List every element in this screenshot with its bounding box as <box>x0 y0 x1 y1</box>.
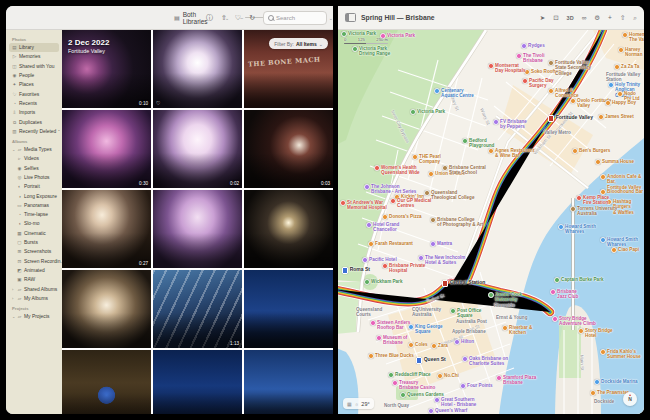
photo-thumbnail[interactable] <box>244 350 333 414</box>
map-station-central-station[interactable]: Central Station <box>442 280 485 287</box>
sidebar-item-duplicates[interactable]: ⧉Duplicates <box>9 117 59 126</box>
map-label-riverside[interactable]: Riverside <box>494 303 515 308</box>
map-label-cquniversity-australia[interactable]: CQUniversity Australia <box>412 307 441 318</box>
sidebar-item-portrait[interactable]: ◐Portrait <box>14 182 59 191</box>
disclosure-chevron-icon[interactable]: › <box>12 296 15 301</box>
map-label-happy-boy[interactable]: Happy Boy <box>605 100 636 106</box>
map-label-kemp-place-fire-station[interactable]: Kemp Place Fire Station <box>576 195 609 206</box>
map-label-homemaker-the-valley[interactable]: Homemaker The Valley <box>622 32 644 43</box>
add-icon[interactable]: + <box>608 14 612 21</box>
map-label-brisbane-college-of-photography-art[interactable]: Brisbane College of Photography & Art <box>430 217 483 228</box>
share-icon[interactable]: ⇧ <box>221 14 227 22</box>
photo-thumbnail[interactable] <box>62 350 151 414</box>
map-station-roma-st[interactable]: Roma St <box>342 267 370 274</box>
sidebar-item-slo-mo[interactable]: ◖Slo-mo <box>14 219 59 228</box>
disclosure-chevron-icon[interactable]: › <box>12 287 15 292</box>
map-label-north-quay[interactable]: North Quay <box>384 403 409 408</box>
search-input[interactable]: Search <box>263 11 327 25</box>
map-label-st-andrew-s-war-memorial-hospital[interactable]: St Andrew's War Memorial Hospital <box>340 200 387 211</box>
map-label-king-george-square[interactable]: King George Square <box>408 324 443 335</box>
map-station-fortitude-valley[interactable]: Fortitude Valley <box>548 115 593 122</box>
sidebar-item-live-photos[interactable]: ◎Live Photos <box>14 173 59 182</box>
map-label-captain-burke-park[interactable]: Captain Burke Park <box>554 277 603 283</box>
map-label-story-bridge-hotel[interactable]: Story Bridge Hotel <box>578 328 613 339</box>
sidebar-item-recents[interactable]: ◔Recents <box>9 99 59 108</box>
map-label-hilton[interactable]: Hilton <box>454 339 474 345</box>
map-label-victoria-park[interactable]: Victoria Park <box>410 109 445 115</box>
share-icon[interactable]: ⇧ <box>620 14 625 22</box>
sidebar-item-recently-deleted[interactable]: ▥Recently Deleted• <box>9 127 59 136</box>
photo-thumbnail[interactable] <box>153 350 242 414</box>
sidebar-item-my-projects[interactable]: ⌄▱My Projects <box>9 312 59 321</box>
map-label-bedford-playground[interactable]: Bedford Playground <box>462 138 494 149</box>
sidebar-item-my-albums[interactable]: ›▱My Albums <box>9 294 59 303</box>
map-label-frida-kahlo-s-summer-house[interactable]: Frida Kahlo's Summer House <box>600 349 641 360</box>
map-label-australia-post[interactable]: Australia Post <box>456 319 487 324</box>
photo-thumbnail[interactable]: 1:13 <box>153 270 242 348</box>
sidebar-toggle-icon[interactable] <box>345 13 356 22</box>
compass[interactable]: N <box>623 392 637 406</box>
3d-icon[interactable]: 3D <box>567 15 574 21</box>
map-label-centenary-aquatic-centre[interactable]: Centenary Aquatic Centre <box>434 88 474 99</box>
map-label-dockside[interactable]: Dockside <box>594 399 614 404</box>
map-label-brisbane-private-hospital[interactable]: Brisbane Private Hospital <box>382 263 425 274</box>
map-label-wickham-park[interactable]: Wickham Park <box>364 279 402 285</box>
map-label-women-s-health-queensland-wide[interactable]: Women's Health Queensland Wide <box>374 165 420 176</box>
map-label-alfred-constance[interactable]: Alfred & Constance <box>548 88 579 99</box>
map-label-agnes-restaurant-wine-bar[interactable]: Agnes Restaurant & Wine Bar <box>488 148 534 159</box>
map-label-valley-metro[interactable]: Valley Metro <box>544 130 571 135</box>
map-label-fortitude-valley-state-secondary-college[interactable]: Fortitude Valley State Secondary College <box>548 60 591 76</box>
map-label-oaks-brisbane-on-charlotte-suites[interactable]: Oaks Brisbane on Charlotte Suites <box>462 356 508 367</box>
sidebar-item-panoramas[interactable]: ▭Panoramas <box>14 201 59 210</box>
photo-thumbnail[interactable]: 2 Dec 2022Fortitude Valley0:10 <box>62 30 151 108</box>
map-label-torrens-university-australia[interactable]: Torrens University Australia <box>570 206 617 217</box>
info-icon[interactable]: ⓘ <box>206 13 213 23</box>
sidebar-item-imports[interactable]: ⇩Imports <box>9 108 59 117</box>
map-label-dockside-marina[interactable]: Dockside Marina <box>594 379 638 385</box>
map-label-no-chi[interactable]: No.Chi <box>437 373 459 379</box>
weather-widget[interactable]: ▦ ☼ 29° <box>343 398 374 409</box>
disclosure-chevron-icon[interactable]: ⌄ <box>12 314 15 319</box>
settings-icon[interactable]: ⚙ <box>594 14 600 22</box>
sidebar-item-screenshots[interactable]: ⊞Screenshots <box>14 247 59 256</box>
map-label-the-tivoli-brisbane[interactable]: The Tivoli Brisbane <box>516 53 544 64</box>
map-label-stamford-plaza-brisbane[interactable]: Stamford Plaza Brisbane <box>496 375 536 386</box>
sidebar-item-shared-with-you[interactable]: ◫Shared with You <box>9 62 59 71</box>
map-label-fortitude-valley-station[interactable]: Fortitude Valley Station <box>606 72 640 83</box>
photo-thumbnail[interactable]: 0:02 <box>153 110 242 188</box>
map-label-sixteen-antlers-rooftop-bar[interactable]: Sixteen Antlers Rooftop Bar <box>370 320 410 331</box>
map-label-story-bridge-adventure-climb[interactable]: Story Bridge Adventure Climb <box>552 316 596 327</box>
sidebar-item-people[interactable]: ◉People <box>9 71 59 80</box>
map-label-riverbar-kitchen[interactable]: Riverbar & Kitchen <box>502 325 532 336</box>
sidebar-item-media-types[interactable]: ⌄▱Media Types <box>9 145 59 154</box>
map-label-the-pearl-company[interactable]: THE Pearl Company <box>412 154 441 165</box>
sidebar-item-long-exposure[interactable]: ◑Long Exposure <box>14 191 59 200</box>
sidebar-item-memories[interactable]: ▷Memories <box>9 52 59 61</box>
map-label-reddacliff-place[interactable]: Reddacliff Place <box>388 372 431 378</box>
map-label-four-points[interactable]: Four Points <box>460 383 493 389</box>
map-label-brisbane-jazz-club[interactable]: Brisbane Jazz Club <box>550 289 578 300</box>
map-mode-icon[interactable]: ⊡ <box>553 14 558 22</box>
map-label-victoria-park-driving-range[interactable]: Victoria Park Driving Range <box>352 46 390 57</box>
photo-thumbnail[interactable] <box>244 270 333 348</box>
map-label-post-office-square[interactable]: Post Office Square <box>450 308 481 319</box>
sidebar-item-animated[interactable]: ◩Animated <box>14 266 59 275</box>
photo-thumbnail[interactable]: 0:30 <box>62 110 151 188</box>
favorite-icon[interactable]: ♡ <box>235 14 241 22</box>
photo-thumbnail[interactable]: 0:03 <box>244 110 333 188</box>
map-label-james-cook-university[interactable]: James Cook University <box>488 292 522 303</box>
photo-thumbnail[interactable] <box>153 190 242 268</box>
map-label-montserrat-day-hospitals[interactable]: Montserrat Day Hospitals <box>488 63 525 74</box>
rotate-icon[interactable]: ↻ <box>249 14 255 22</box>
map-label-summa-house[interactable]: Summa House <box>595 159 634 165</box>
map-label-zara[interactable]: Zara <box>431 343 448 349</box>
map-label-queensland-theological-college[interactable]: Queensland Theological College <box>424 190 475 201</box>
sidebar-item-favorites[interactable]: ♡Favorites <box>9 89 59 98</box>
sidebar-item-videos[interactable]: ▹Videos <box>14 154 59 163</box>
map-canvas[interactable]: 0125250 m Victoria ParkVictoria ParkVict… <box>338 30 644 414</box>
filter-button[interactable]: Filter By: All Items ⌄ <box>269 38 328 49</box>
map-label-apple-brisbane[interactable]: Apple Brisbane <box>452 329 486 334</box>
sidebar-item-bursts[interactable]: ▢Bursts <box>14 238 59 247</box>
map-label-howard-smith-wharves[interactable]: Howard Smith Wharves <box>558 224 596 235</box>
map-label-harvey-norman[interactable]: Harvey Norman <box>618 47 644 58</box>
